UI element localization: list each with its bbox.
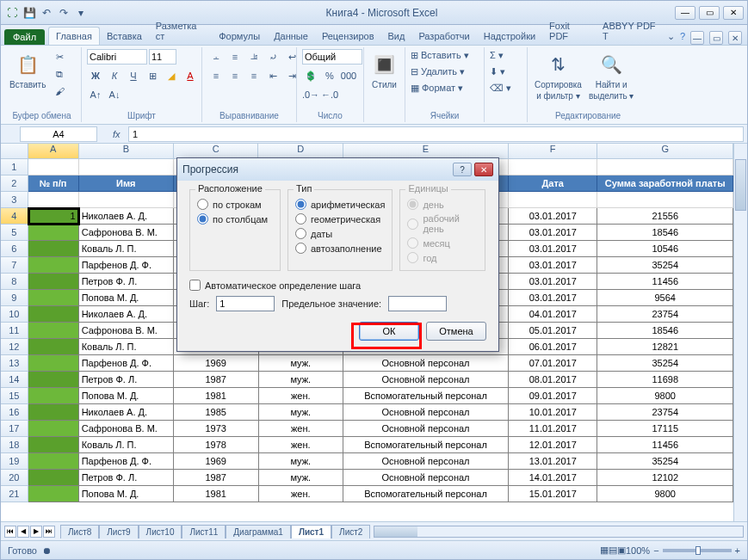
step-input[interactable] xyxy=(216,296,275,311)
cell[interactable]: Вспомогательный персонал xyxy=(343,437,509,453)
underline-button[interactable]: Ч xyxy=(125,68,142,83)
view-break-icon[interactable]: ▣ xyxy=(617,545,626,556)
shrink-font-icon[interactable]: A↓ xyxy=(106,87,123,102)
cell[interactable]: 03.01.2017 xyxy=(509,241,597,257)
table-header[interactable]: Имя xyxy=(79,175,174,192)
cell[interactable]: 35254 xyxy=(597,257,733,274)
radio-dates[interactable]: даты xyxy=(295,226,385,241)
cell[interactable]: 07.01.2017 xyxy=(509,355,597,372)
sheet-tab[interactable]: Лист11 xyxy=(182,525,226,538)
styles-button[interactable]: 🔳 Стили xyxy=(369,49,399,91)
cell[interactable]: 09.01.2017 xyxy=(509,388,597,404)
tab-developer[interactable]: Разработчи xyxy=(411,28,476,45)
sort-filter-button[interactable]: ⇅ Сортировка и фильтр ▾ xyxy=(533,49,584,102)
cell[interactable]: 1981 xyxy=(174,388,259,404)
autodetect-check[interactable]: Автоматическое определение шага xyxy=(189,280,486,291)
row-header[interactable]: 20 xyxy=(1,470,28,486)
cell[interactable]: 9800 xyxy=(597,388,733,404)
cell[interactable]: 03.01.2017 xyxy=(509,257,597,274)
italic-button[interactable]: К xyxy=(106,68,123,83)
ok-button[interactable]: ОК xyxy=(359,322,419,341)
cell[interactable]: 23754 xyxy=(597,404,733,421)
cell[interactable]: Парфенов Д. Ф. xyxy=(79,257,174,274)
zoom-slider[interactable] xyxy=(663,549,732,552)
cell[interactable]: 1969 xyxy=(174,355,259,372)
cell[interactable]: Основной персонал xyxy=(343,470,509,486)
cell[interactable]: 1981 xyxy=(174,486,259,502)
cell[interactable]: жен. xyxy=(259,388,344,404)
cell[interactable]: Сафронова В. М. xyxy=(79,225,174,241)
cell[interactable]: Основной персонал xyxy=(343,404,509,421)
cell[interactable]: Сафронова В. М. xyxy=(79,421,174,437)
row-header[interactable]: 10 xyxy=(1,306,28,323)
cell[interactable]: муж. xyxy=(259,355,344,372)
cell[interactable]: 13.01.2017 xyxy=(509,453,597,470)
radio-arithmetic[interactable]: арифметическая xyxy=(295,197,385,212)
align-bot-icon[interactable]: ⫡ xyxy=(245,49,263,65)
name-box[interactable] xyxy=(20,126,97,142)
cell[interactable]: Коваль Л. П. xyxy=(79,241,174,257)
table-header[interactable]: № п/п xyxy=(28,175,79,192)
cell[interactable]: 9800 xyxy=(597,486,733,502)
cell[interactable]: Сафронова В. М. xyxy=(79,323,174,339)
dialog-close-button[interactable]: ✕ xyxy=(474,163,493,176)
cell[interactable] xyxy=(28,355,79,372)
cell[interactable]: 35254 xyxy=(597,453,733,470)
grow-font-icon[interactable]: A↑ xyxy=(87,87,104,102)
cell[interactable] xyxy=(28,274,79,290)
cell[interactable] xyxy=(597,192,733,208)
cell[interactable]: Николаев А. Д. xyxy=(79,208,174,225)
border-button[interactable]: ⊞ xyxy=(144,68,161,83)
dialog-help-button[interactable]: ? xyxy=(453,163,472,176)
row-header[interactable]: 16 xyxy=(1,404,28,421)
tab-home[interactable]: Главная xyxy=(48,27,100,45)
formula-bar[interactable] xyxy=(128,126,744,142)
cell[interactable] xyxy=(28,306,79,323)
col-header-D[interactable]: D xyxy=(258,144,343,158)
cell[interactable]: Попова М. Д. xyxy=(79,388,174,404)
cell[interactable] xyxy=(597,159,733,175)
redo-icon[interactable]: ↷ xyxy=(56,5,71,21)
cell[interactable] xyxy=(28,339,79,355)
cell[interactable]: 05.01.2017 xyxy=(509,323,597,339)
font-color-button[interactable]: A xyxy=(182,68,199,83)
row-header[interactable]: 12 xyxy=(1,339,28,355)
cell[interactable]: 1987 xyxy=(174,470,259,486)
align-center-icon[interactable]: ≡ xyxy=(226,68,244,83)
table-header[interactable]: Сумма заработной платы xyxy=(597,175,733,192)
cell[interactable]: 1973 xyxy=(174,421,259,437)
insert-cells-button[interactable]: ⊞Вставить ▾ xyxy=(411,49,469,62)
font-size-select[interactable] xyxy=(149,49,176,65)
cell[interactable] xyxy=(28,486,79,502)
align-mid-icon[interactable]: ≡ xyxy=(226,49,244,65)
cell[interactable]: 17115 xyxy=(597,421,733,437)
percent-icon[interactable]: % xyxy=(321,68,338,83)
cell[interactable]: Парфенов Д. Ф. xyxy=(79,453,174,470)
row-header[interactable]: 4 xyxy=(1,208,28,225)
cell[interactable]: 03.01.2017 xyxy=(509,208,597,225)
cell[interactable]: Николаев А. Д. xyxy=(79,306,174,323)
cell[interactable]: 23754 xyxy=(597,306,733,323)
copy-icon[interactable]: ⧉ xyxy=(51,66,68,82)
currency-icon[interactable]: 💲 xyxy=(302,68,319,83)
cell[interactable]: 9564 xyxy=(597,290,733,306)
row-header[interactable]: 17 xyxy=(1,421,28,437)
cell[interactable] xyxy=(28,372,79,388)
cell[interactable]: 10.01.2017 xyxy=(509,404,597,421)
align-top-icon[interactable]: ⫠ xyxy=(207,49,225,65)
sheet-nav-next-icon[interactable]: ▶ xyxy=(30,526,42,538)
undo-icon[interactable]: ↶ xyxy=(39,5,54,21)
col-header-B[interactable]: B xyxy=(79,144,174,158)
qat-more-icon[interactable]: ▾ xyxy=(73,5,89,21)
format-painter-icon[interactable]: 🖌 xyxy=(51,83,68,99)
cell[interactable]: 18546 xyxy=(597,225,733,241)
cell[interactable]: 1 xyxy=(28,208,79,225)
cell[interactable] xyxy=(28,241,79,257)
cell[interactable]: 04.01.2017 xyxy=(509,306,597,323)
cell[interactable] xyxy=(79,159,174,175)
radio-by-rows[interactable]: по строкам xyxy=(197,197,273,212)
tab-foxit[interactable]: Foxit PDF xyxy=(542,17,596,45)
col-header-A[interactable]: A xyxy=(28,144,79,158)
row-header[interactable]: 13 xyxy=(1,355,28,372)
row-header[interactable]: 14 xyxy=(1,372,28,388)
